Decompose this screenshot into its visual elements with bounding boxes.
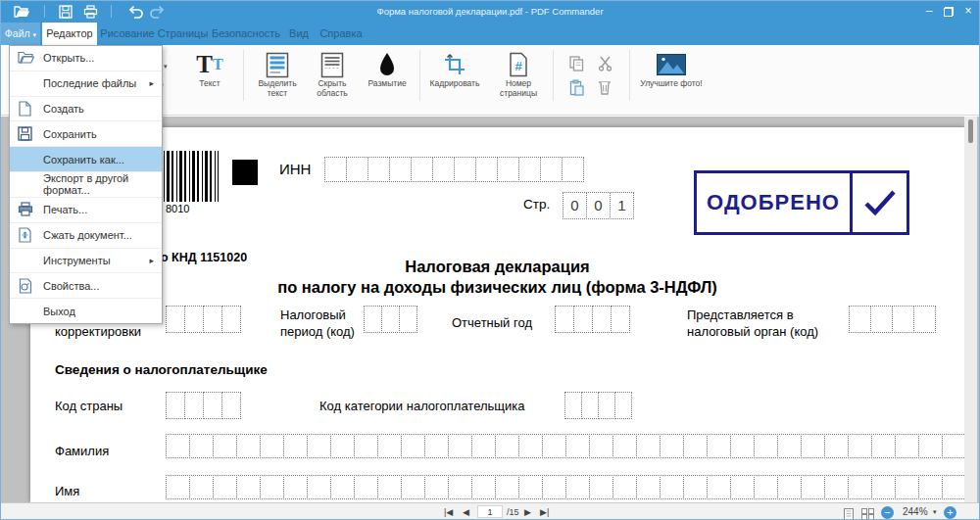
- menu-item-save-as[interactable]: Сохранить как...: [10, 147, 162, 172]
- next-page-button[interactable]: ▶: [524, 503, 531, 520]
- form-cell: [184, 306, 204, 333]
- form-cell: 0: [586, 192, 611, 219]
- last-page-button[interactable]: ▶|: [540, 503, 549, 520]
- form-cell: [614, 392, 632, 419]
- form-cell: 1: [610, 192, 634, 219]
- menu-item-print[interactable]: Печать...: [10, 198, 162, 223]
- page-number-button[interactable]: # Номер страницы: [491, 50, 546, 107]
- vertical-scrollbar[interactable]: [964, 117, 977, 502]
- menu-item-properties[interactable]: Свойства...: [10, 273, 162, 299]
- highlight-text-icon: [251, 50, 304, 79]
- form-cell: [598, 392, 615, 419]
- crop-button[interactable]: Кадрировать: [424, 50, 485, 107]
- improve-photo-button[interactable]: Улучшите фото!: [638, 50, 705, 107]
- form-cell: [730, 434, 755, 458]
- scrollbar-thumb[interactable]: [968, 119, 973, 143]
- form-cell: [518, 434, 543, 458]
- prev-page-button[interactable]: ◀: [463, 503, 469, 520]
- form-cell: [330, 475, 355, 499]
- form-cell: [454, 157, 476, 182]
- menu-item-exit[interactable]: Выход: [10, 299, 162, 323]
- form-cell: [518, 157, 541, 182]
- menu-item-compress[interactable]: Сжать документ...: [10, 223, 162, 249]
- highlight-text-button[interactable]: Выделить текст: [251, 50, 304, 107]
- form-cell: [611, 306, 630, 333]
- tab-pages[interactable]: Страницы: [156, 23, 210, 45]
- status-bar: |◀ ◀ 1 /15 ▶ ▶| − 244% ▾ +: [1, 502, 979, 520]
- form-cell: [892, 306, 914, 333]
- window-title: Форма налоговой декларации.pdf - PDF Com…: [1, 1, 979, 23]
- cut-button[interactable]: [594, 54, 615, 73]
- chevron-down-icon[interactable]: ▾: [164, 63, 168, 71]
- form-cell: [660, 434, 684, 458]
- zoom-out-button[interactable]: −: [881, 506, 894, 519]
- form-cell: [754, 434, 778, 458]
- restore-button[interactable]: [940, 1, 957, 23]
- menu-item-tools[interactable]: Инструменты ▸: [10, 249, 162, 274]
- form-cell: [401, 475, 425, 499]
- form-cell: [166, 306, 185, 333]
- tax-period-cells: [364, 306, 417, 333]
- form-cell: [307, 475, 331, 499]
- form-cell: [913, 306, 936, 333]
- form-cell: [589, 434, 613, 458]
- delete-button[interactable]: [594, 77, 615, 97]
- tab-security[interactable]: Безопасность: [211, 23, 281, 45]
- menu-item-create[interactable]: Создать: [10, 97, 162, 122]
- text-tool-button[interactable]: TT Текст: [187, 50, 232, 107]
- form-cell: [166, 475, 190, 499]
- pdf-page: 8010 ИНН Стр. 001 ОДОБРЕНО о КНД 1151020…: [30, 127, 964, 502]
- copy-button[interactable]: [565, 54, 587, 73]
- form-cell: [495, 434, 519, 458]
- app-window: Форма налоговой декларации.pdf - PDF Com…: [0, 0, 980, 520]
- surname-cells: [166, 434, 964, 458]
- single-page-view-button[interactable]: [844, 506, 854, 520]
- form-cell: [895, 475, 919, 499]
- form-cell: [942, 434, 964, 458]
- total-pages-label: /15: [507, 503, 519, 520]
- current-page-input[interactable]: 1: [477, 505, 503, 518]
- trash-icon: [598, 79, 612, 95]
- zoom-in-button[interactable]: +: [944, 506, 956, 519]
- minimize-button[interactable]: –: [920, 1, 938, 23]
- submenu-arrow-icon: ▸: [149, 256, 154, 265]
- paste-icon: [569, 79, 584, 96]
- tab-editor[interactable]: Редактор: [42, 23, 97, 45]
- menu-item-open[interactable]: Открыть...: [10, 46, 162, 71]
- tab-drawing[interactable]: Рисование: [99, 23, 156, 45]
- form-cell: [895, 434, 919, 458]
- paste-button[interactable]: [565, 77, 587, 97]
- form-cell: [203, 306, 222, 333]
- form-cell: [354, 434, 378, 458]
- menu-item-export[interactable]: Экспорт в другой формат...: [10, 172, 162, 198]
- file-menu-button[interactable]: Файл ▾: [1, 23, 40, 45]
- form-cell: [730, 475, 755, 499]
- blur-button[interactable]: Размытие: [361, 50, 414, 107]
- file-dropdown-menu: Открыть... Последние файлы ▸ Создать Сох…: [9, 45, 163, 324]
- tab-help[interactable]: Справка: [317, 23, 366, 45]
- properties-icon: [18, 278, 34, 294]
- zoom-dropdown-caret[interactable]: ▾: [933, 503, 937, 520]
- tab-view[interactable]: Вид: [283, 23, 315, 45]
- ribbon-divider: [553, 50, 554, 101]
- ribbon-divider: [629, 50, 630, 101]
- form-cell: [399, 306, 417, 333]
- form-cell: [283, 434, 308, 458]
- form-cell: [565, 475, 590, 499]
- form-cell: [471, 475, 496, 499]
- menu-item-save[interactable]: Сохранить: [10, 121, 162, 147]
- form-cell: [824, 434, 849, 458]
- form-cell: [260, 475, 284, 499]
- form-cell: [368, 157, 390, 182]
- menu-item-recent-files[interactable]: Последние файлы ▸: [10, 71, 162, 97]
- open-folder-icon: [18, 50, 34, 66]
- form-cell: [495, 475, 519, 499]
- form-cell: [707, 475, 731, 499]
- chevron-down-icon: ▾: [33, 31, 37, 38]
- form-cell: [592, 306, 612, 333]
- hide-area-button[interactable]: Скрыть область: [308, 50, 357, 107]
- close-button[interactable]: ×: [959, 1, 977, 23]
- multi-page-view-button[interactable]: [861, 506, 874, 520]
- form-cell: [871, 434, 896, 458]
- first-page-button[interactable]: |◀: [444, 503, 453, 520]
